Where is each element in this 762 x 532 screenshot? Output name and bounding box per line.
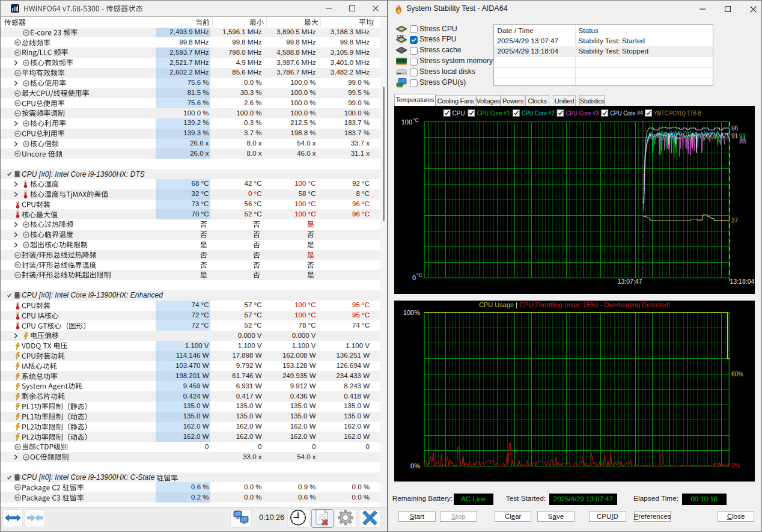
svg-text:89: 89 bbox=[740, 139, 747, 145]
svg-text:0: 0 bbox=[412, 274, 416, 281]
svg-text:0%: 0% bbox=[731, 462, 740, 469]
svg-text:60%: 60% bbox=[731, 371, 743, 378]
svg-text:91: 91 bbox=[731, 132, 739, 139]
svg-text:CPU: CPU bbox=[453, 109, 465, 117]
svg-text:CPU Usage | CPU Throttling (: CPU Usage | CPU Throttling (max: 15%) - … bbox=[479, 301, 670, 308]
svg-text:13:18:04: 13:18:04 bbox=[730, 277, 755, 284]
svg-text:0%: 0% bbox=[410, 462, 420, 469]
svg-text:96: 96 bbox=[731, 125, 739, 132]
svg-text:CPU Core #2: CPU Core #2 bbox=[522, 109, 555, 117]
svg-text:CPU Core #4: CPU Core #4 bbox=[610, 109, 643, 117]
svg-text:°C: °C bbox=[416, 272, 423, 278]
svg-text:YMTC PC41Q-1TB-B: YMTC PC41Q-1TB-B bbox=[654, 109, 701, 117]
svg-text:37: 37 bbox=[731, 216, 739, 223]
svg-text:100: 100 bbox=[401, 118, 412, 126]
svg-text:13:07:47: 13:07:47 bbox=[618, 277, 642, 284]
svg-text:100%: 100% bbox=[403, 309, 420, 316]
svg-text:CPU Core #3: CPU Core #3 bbox=[565, 109, 599, 117]
svg-text:°C: °C bbox=[413, 117, 419, 123]
svg-text:CPU Core #1: CPU Core #1 bbox=[477, 109, 510, 117]
